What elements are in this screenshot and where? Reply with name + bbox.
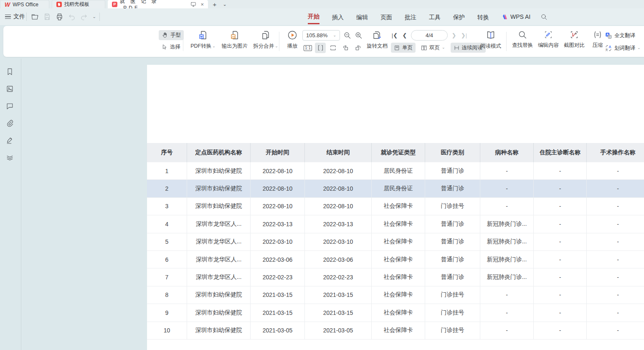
- table-cell: 6: [147, 251, 187, 268]
- table-cell: 10: [147, 322, 187, 339]
- table-row[interactable]: 9深圳市妇幼保健院2021-03-152021-03-15社会保障卡门诊挂号--…: [147, 304, 644, 322]
- layers-panel-button[interactable]: [5, 153, 14, 162]
- full-text-translate-button[interactable]: A文 全文翻译: [605, 30, 641, 41]
- bookmarks-panel-button[interactable]: [5, 67, 14, 76]
- search-icon[interactable]: [540, 13, 548, 20]
- thumbnails-panel-button[interactable]: [5, 84, 14, 93]
- last-page-button[interactable]: ❯|: [460, 32, 468, 38]
- comments-panel-button[interactable]: [5, 101, 14, 110]
- continuous-reading-icon: [454, 45, 460, 51]
- table-row[interactable]: 7深圳市龙华区人...2022-02-232022-02-23社会保障卡普通门诊…: [147, 268, 644, 286]
- close-tab-icon[interactable]: ×: [200, 1, 204, 8]
- table-cell: 8: [147, 286, 187, 304]
- monitor-icon[interactable]: [190, 1, 196, 7]
- file-menu-button[interactable]: 文件: [5, 12, 25, 22]
- read-mode-button[interactable]: 阅读模式: [479, 26, 503, 57]
- single-page-button[interactable]: 单页: [391, 43, 416, 53]
- wps-ai-button[interactable]: WPS AI: [502, 13, 530, 20]
- double-page-button[interactable]: 双页 ⌄: [418, 43, 448, 53]
- rotate-right-button[interactable]: [352, 43, 363, 53]
- table-row[interactable]: 2深圳市妇幼保健院2022-08-102022-08-10居民身份证普通门诊--…: [147, 180, 644, 197]
- next-page-button[interactable]: ❯: [450, 32, 458, 38]
- table-row[interactable]: 3深圳市妇幼保健院2022-08-102022-08-10社会保障卡门诊挂号--…: [147, 198, 644, 215]
- table-cell: 普通门诊: [425, 162, 480, 179]
- open-file-icon[interactable]: [31, 13, 39, 21]
- chevron-down-icon: ⌄: [637, 46, 641, 50]
- first-page-button[interactable]: |❮: [391, 32, 398, 38]
- new-tab-button[interactable]: +: [210, 0, 219, 8]
- word-translate-button[interactable]: 文A 划词翻译 ⌄: [605, 43, 641, 54]
- table-cell: 2021-03-15: [305, 286, 372, 304]
- page-indicator-input[interactable]: 4/4: [411, 30, 448, 41]
- menu-tab-insert[interactable]: 插入: [332, 10, 344, 24]
- layers-icon: [6, 153, 14, 161]
- table-cell: 社会保障卡: [372, 322, 425, 339]
- find-replace-button[interactable]: 查找替换: [510, 26, 535, 57]
- table-row[interactable]: 4深圳市龙华区人...2022-03-132022-03-13社会保障卡普通门诊…: [147, 215, 644, 233]
- save-icon[interactable]: [43, 13, 51, 20]
- divider: [26, 13, 27, 21]
- zoom-out-icon[interactable]: [343, 31, 351, 39]
- pdf-convert-button[interactable]: PDF转换⌄: [187, 26, 219, 57]
- menu-tab-tools[interactable]: 工具: [429, 10, 441, 24]
- table-row[interactable]: 1深圳市妇幼保健院2022-08-102022-08-10居民身份证普通门诊--…: [147, 162, 644, 180]
- undo-icon[interactable]: [68, 13, 76, 20]
- tab-list-chevron-icon[interactable]: ⌄: [221, 0, 229, 8]
- hamburger-icon: [5, 15, 11, 19]
- signature-panel-button[interactable]: [5, 135, 14, 145]
- zoom-in-icon[interactable]: [355, 31, 363, 39]
- menu-tab-page[interactable]: 页面: [380, 10, 392, 24]
- select-tool-button[interactable]: 选择: [159, 42, 184, 52]
- play-button[interactable]: 播放: [282, 26, 302, 57]
- read-mode-label: 阅读模式: [480, 43, 501, 50]
- menu-tab-home[interactable]: 开始: [308, 9, 319, 24]
- table-row[interactable]: 8深圳市妇幼保健院2021-03-152021-03-15社会保障卡门诊挂号--…: [147, 286, 644, 304]
- table-cell: 社会保障卡: [372, 233, 425, 250]
- divider: [279, 32, 279, 51]
- menu-tab-comment[interactable]: 批注: [405, 10, 416, 24]
- fit-page-button[interactable]: [327, 43, 338, 53]
- actual-size-button[interactable]: 1:1: [302, 43, 313, 53]
- menu-bar: 文件 ⌄ 开始 插入 编辑 页面 批注 工具 保护 转换 WPS AI: [0, 8, 644, 25]
- table-header-row: 序号定点医药机构名称开始时间结束时间就诊凭证类型医疗类别病种名称住院主诊断名称手…: [147, 143, 644, 162]
- previous-page-button[interactable]: ❮: [401, 32, 408, 38]
- word-translate-icon: 文A: [605, 44, 612, 52]
- sidebar-divider: [21, 59, 21, 350]
- hand-tool-button[interactable]: 手型: [159, 30, 184, 40]
- table-header-cell: 住院主诊断名称: [534, 143, 587, 162]
- table-cell: 2021-03-05: [305, 322, 372, 339]
- rotate-left-button[interactable]: [340, 43, 351, 53]
- table-cell: 普通门诊: [425, 215, 480, 232]
- menu-tab-convert[interactable]: 转换: [477, 10, 489, 24]
- edit-content-icon: [544, 30, 553, 39]
- tab-wps-office[interactable]: W WPS Office: [0, 0, 49, 8]
- tab-docer-templates[interactable]: 找稻壳模板: [52, 0, 105, 8]
- menu-tab-edit[interactable]: 编辑: [356, 10, 368, 24]
- attachments-panel-button[interactable]: [5, 118, 14, 128]
- tab-document[interactable]: P 就 医 记 录 .PDF ×: [108, 0, 208, 8]
- quick-access-chevron-icon[interactable]: ⌄: [92, 15, 96, 19]
- rotate-document-button[interactable]: 旋转文档: [364, 26, 390, 57]
- table-cell: 7: [147, 268, 187, 286]
- table-row[interactable]: 6深圳市龙华区人...2022-03-062022-03-06社会保障卡普通门诊…: [147, 251, 644, 268]
- export-image-button[interactable]: 输出为图片: [219, 26, 251, 57]
- split-merge-button[interactable]: 拆分合并⌄: [251, 26, 281, 57]
- menu-tab-protect[interactable]: 保护: [453, 10, 465, 24]
- file-menu-label: 文件: [13, 13, 25, 20]
- table-cell: -: [480, 304, 534, 321]
- table-row[interactable]: 10深圳市妇幼保健院2021-03-052021-03-05社会保障卡门诊挂号-…: [147, 322, 644, 340]
- edit-content-button[interactable]: 编辑内容: [535, 26, 561, 57]
- redo-icon[interactable]: [80, 13, 88, 20]
- pdf-page[interactable]: 序号定点医药机构名称开始时间结束时间就诊凭证类型医疗类别病种名称住院主诊断名称手…: [147, 65, 644, 350]
- zoom-level-select[interactable]: 105.88% ⌄: [302, 30, 340, 41]
- compress-label: 压缩: [593, 42, 603, 49]
- table-row[interactable]: 5深圳市龙华区人...2022-03-102022-03-10社会保障卡普通门诊…: [147, 233, 644, 251]
- screenshot-compare-button[interactable]: 截图对比: [561, 26, 587, 57]
- fit-width-button[interactable]: [315, 43, 326, 53]
- table-cell: 新冠肺炎门诊...: [480, 215, 534, 232]
- print-icon[interactable]: [56, 13, 63, 21]
- table-cell: -: [587, 322, 644, 339]
- table-cell: 新冠肺炎门诊...: [480, 268, 534, 286]
- table-cell: -: [480, 198, 534, 215]
- table-cell: -: [534, 162, 587, 179]
